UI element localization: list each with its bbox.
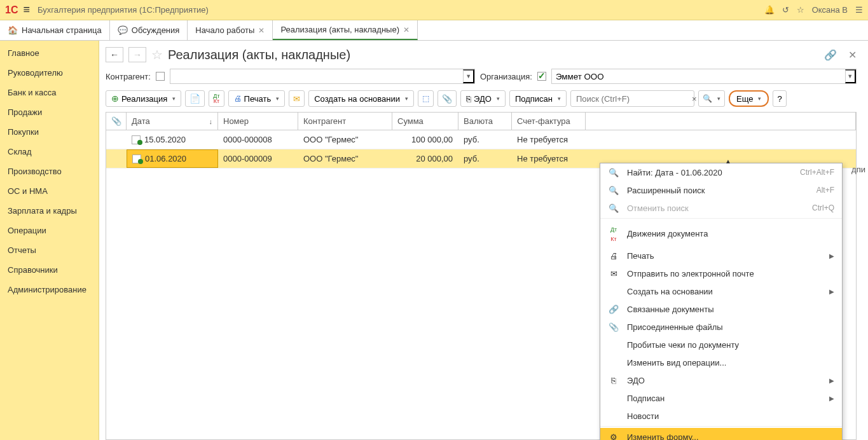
toolbar: ⊕ Реализация 📄 ДтКт 🖨 Печать ✉ Создать н… bbox=[106, 90, 857, 107]
sidebar: Главное Руководителю Банк и касса Продаж… bbox=[0, 41, 99, 440]
col-number[interactable]: Номер bbox=[218, 113, 298, 130]
main-area: Главное Руководителю Банк и касса Продаж… bbox=[0, 41, 868, 440]
mail-icon: ✉ bbox=[293, 94, 300, 104]
print-button[interactable]: 🖨 Печать bbox=[228, 90, 286, 107]
help-button[interactable]: ? bbox=[773, 90, 786, 107]
cell-contragent: ООО "Гермес" bbox=[298, 130, 392, 149]
sidebar-item-stock[interactable]: Склад bbox=[0, 142, 99, 162]
submenu-arrow-icon: ▶ bbox=[829, 252, 834, 259]
sidebar-item-operations[interactable]: Операции bbox=[0, 221, 99, 240]
sidebar-item-admin[interactable]: Администрирование bbox=[0, 280, 99, 299]
tab-home[interactable]: 🏠 Начальная страница bbox=[0, 20, 110, 40]
cell-date: 15.05.2020 bbox=[127, 130, 218, 149]
create-based-button[interactable]: Создать на основании bbox=[308, 90, 414, 107]
search-options-button[interactable]: 🔍 bbox=[698, 90, 725, 107]
window-controls-icon[interactable]: ☰ bbox=[855, 5, 863, 15]
col-rest[interactable] bbox=[586, 113, 856, 130]
sidebar-item-production[interactable]: Производство bbox=[0, 162, 99, 181]
menu-item-icon: 🔍 bbox=[608, 186, 619, 195]
filters-row: Контрагент: ▼ Организация: ▼ bbox=[106, 69, 857, 84]
sidebar-item-sales[interactable]: Продажи bbox=[0, 102, 99, 122]
tab-close-icon[interactable]: ✕ bbox=[258, 26, 265, 35]
tab-start[interactable]: Начало работы ✕ bbox=[188, 20, 273, 40]
nav-forward-button[interactable]: → bbox=[128, 47, 146, 62]
tab-label: Реализация (акты, накладные) bbox=[280, 25, 399, 34]
col-attachment[interactable]: 📎 bbox=[106, 113, 127, 130]
menu-item-label: Присоединенные файлы bbox=[627, 322, 834, 332]
close-page-icon[interactable]: ✕ bbox=[848, 49, 857, 61]
contragent-checkbox[interactable] bbox=[156, 72, 165, 81]
sidebar-item-manager[interactable]: Руководителю bbox=[0, 63, 99, 83]
overflow-column-label: дпи bbox=[851, 165, 865, 174]
copy-button[interactable]: 📄 bbox=[185, 90, 205, 107]
tab-discussions[interactable]: 💬 Обсуждения bbox=[110, 20, 188, 40]
sidebar-item-bank[interactable]: Банк и касса bbox=[0, 83, 99, 102]
menu-item[interactable]: Пробитые чеки по документу bbox=[600, 336, 842, 354]
sidebar-item-salary[interactable]: Зарплата и кадры bbox=[0, 201, 99, 221]
edo-button[interactable]: ⎘ ЭДО bbox=[460, 90, 506, 107]
search-box[interactable]: × bbox=[570, 90, 694, 107]
col-date[interactable]: Дата↓ bbox=[127, 113, 218, 130]
menu-item[interactable]: 🔍Расширенный поискAlt+F bbox=[600, 181, 842, 199]
sidebar-item-purchases[interactable]: Покупки bbox=[0, 122, 99, 142]
dropdown-icon[interactable]: ▼ bbox=[463, 69, 474, 83]
history-icon[interactable]: ↺ bbox=[782, 5, 789, 15]
nav-back-button[interactable]: ← bbox=[106, 47, 123, 62]
tab-realization[interactable]: Реализация (акты, накладные) ✕ bbox=[273, 20, 418, 40]
tab-close-icon[interactable]: ✕ bbox=[403, 25, 410, 34]
menu-item[interactable]: 🖨Печать▶ bbox=[600, 247, 842, 265]
menu-item[interactable]: Новости bbox=[600, 407, 842, 425]
plus-icon: ⊕ bbox=[111, 93, 119, 104]
menu-item[interactable]: Создать на основании▶ bbox=[600, 282, 842, 300]
realize-button[interactable]: ⊕ Реализация bbox=[106, 90, 181, 107]
org-combo[interactable]: ▼ bbox=[551, 69, 857, 84]
help-icon: ? bbox=[777, 94, 782, 104]
menu-item[interactable]: 🔍Найти: Дата - 01.06.2020Ctrl+Alt+F bbox=[600, 163, 842, 181]
contragent-combo[interactable]: ▼ bbox=[170, 69, 475, 84]
chat-icon: 💬 bbox=[118, 25, 128, 35]
signed-button[interactable]: Подписан bbox=[509, 90, 567, 107]
table-row[interactable]: 15.05.2020 0000-000008 ООО "Гермес" 100 … bbox=[106, 130, 856, 149]
menu-item-icon: 📎 bbox=[608, 322, 619, 332]
col-invoice[interactable]: Счет-фактура bbox=[512, 113, 586, 130]
attach-button[interactable]: 📎 bbox=[437, 90, 457, 107]
menu-item-label: Отменить поиск bbox=[627, 203, 804, 213]
menu-item[interactable]: 📎Присоединенные файлы bbox=[600, 318, 842, 336]
col-currency[interactable]: Валюта bbox=[458, 113, 512, 130]
org-checkbox[interactable] bbox=[537, 72, 546, 81]
star-icon[interactable]: ☆ bbox=[797, 5, 804, 15]
sidebar-item-os-nma[interactable]: ОС и НМА bbox=[0, 181, 99, 201]
org-input[interactable] bbox=[552, 69, 845, 83]
dropdown-icon[interactable]: ▼ bbox=[845, 69, 856, 83]
sidebar-item-main[interactable]: Главное bbox=[0, 43, 99, 63]
app-title: Бухгалтерия предприятия (1С:Предприятие) bbox=[38, 5, 764, 15]
menu-item[interactable]: ДтКтДвижения документа bbox=[600, 220, 842, 247]
hamburger-icon[interactable]: ≡ bbox=[23, 3, 30, 17]
bell-icon[interactable]: 🔔 bbox=[764, 5, 775, 15]
menu-item-label: Создать на основании bbox=[627, 287, 822, 296]
menu-item[interactable]: 🔗Связанные документы bbox=[600, 300, 842, 318]
menu-item[interactable]: ⚙Изменить форму... bbox=[600, 428, 842, 440]
menu-item[interactable]: Подписан▶ bbox=[600, 389, 842, 407]
clip-icon: 📎 bbox=[442, 94, 452, 104]
col-contragent[interactable]: Контрагент bbox=[298, 113, 392, 130]
mail-button[interactable]: ✉ bbox=[289, 90, 305, 107]
menu-item-label: Пробитые чеки по документу bbox=[627, 340, 834, 350]
link-icon[interactable]: 🔗 bbox=[824, 49, 837, 61]
user-name[interactable]: Оксана В bbox=[812, 5, 848, 15]
favorite-star-icon[interactable]: ☆ bbox=[151, 47, 163, 62]
sidebar-item-refs[interactable]: Справочники bbox=[0, 260, 99, 280]
col-sum[interactable]: Сумма bbox=[392, 113, 458, 130]
dtkt-button[interactable]: ДтКт bbox=[209, 90, 224, 107]
menu-item[interactable]: ⎘ЭДО▶ bbox=[600, 371, 842, 389]
structure-button[interactable]: ⬚ bbox=[418, 90, 434, 107]
more-button[interactable]: Еще bbox=[729, 90, 769, 107]
sidebar-item-reports[interactable]: Отчеты bbox=[0, 240, 99, 260]
search-input[interactable] bbox=[571, 94, 688, 104]
doc-icon bbox=[132, 135, 141, 144]
contragent-input[interactable] bbox=[170, 69, 464, 83]
org-label: Организация: bbox=[480, 72, 532, 81]
menu-item-label: Изменить форму... bbox=[627, 432, 834, 441]
menu-item[interactable]: Изменить вид операции... bbox=[600, 354, 842, 371]
menu-item[interactable]: ✉Отправить по электронной почте bbox=[600, 265, 842, 282]
